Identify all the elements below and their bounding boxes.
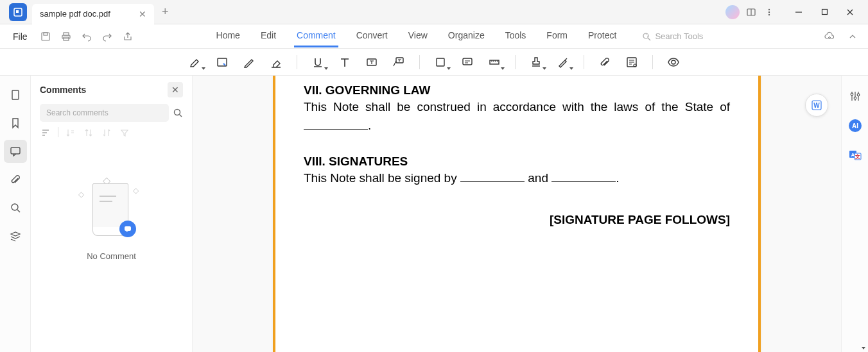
- share-icon[interactable]: [119, 28, 137, 46]
- menubar: File Home Edit Comment Convert View Orga…: [0, 24, 868, 49]
- signature-page-follows: [SIGNATURE PAGE FOLLOWS]: [304, 213, 730, 227]
- cloud-sync-icon[interactable]: [820, 28, 838, 46]
- menu-tabs: Home Edit Comment Convert View Organize …: [214, 25, 704, 47]
- measure-tool[interactable]: [482, 52, 507, 72]
- comment-toolbar: [0, 49, 868, 76]
- tab-edit[interactable]: Edit: [258, 25, 279, 47]
- svg-rect-22: [463, 58, 472, 65]
- comments-panel: Comments ✕ ◇ ◇ ◇ No Comment: [31, 76, 193, 352]
- svg-point-37: [854, 97, 856, 99]
- close-button[interactable]: [837, 0, 863, 24]
- hide-comments-tool[interactable]: [661, 52, 686, 72]
- pencil-tool[interactable]: [236, 52, 262, 72]
- comments-rail-icon[interactable]: [4, 140, 27, 163]
- svg-line-17: [648, 38, 650, 40]
- comments-list-tool[interactable]: [619, 52, 645, 72]
- stamp-tool[interactable]: [523, 52, 549, 72]
- bookmarks-icon[interactable]: [4, 112, 27, 135]
- svg-point-6: [768, 13, 770, 15]
- svg-line-32: [180, 115, 182, 117]
- tab-tools[interactable]: Tools: [503, 25, 529, 47]
- attachment-tool[interactable]: [592, 52, 618, 72]
- tab-title: sample pdf doc.pdf: [40, 9, 110, 19]
- svg-point-26: [672, 60, 675, 64]
- svg-text:文: 文: [855, 154, 860, 160]
- filter-icon[interactable]: [119, 127, 130, 138]
- svg-rect-27: [12, 90, 19, 99]
- svg-rect-1: [16, 10, 19, 13]
- section-7-body: This Note shall be construed in accordan…: [304, 97, 730, 116]
- panel-close-button[interactable]: ✕: [168, 82, 183, 97]
- svg-rect-28: [11, 147, 20, 154]
- app-icon: [9, 3, 27, 21]
- settings-sliders-icon[interactable]: [846, 87, 864, 105]
- pdf-page: VII. GOVERNING LAW This Note shall be co…: [273, 76, 761, 352]
- signature-tool[interactable]: [550, 52, 576, 72]
- shape-tool[interactable]: [428, 52, 453, 72]
- tab-comment[interactable]: Comment: [294, 25, 338, 47]
- redo-icon[interactable]: [98, 28, 116, 46]
- undo-icon[interactable]: [78, 28, 96, 46]
- document-tab[interactable]: sample pdf doc.pdf ✕: [32, 4, 154, 24]
- area-highlight-tool[interactable]: [209, 52, 235, 72]
- word-export-button[interactable]: W: [805, 94, 828, 117]
- user-avatar[interactable]: [725, 5, 740, 19]
- blank-field: [304, 117, 368, 130]
- sort-az-icon[interactable]: [65, 127, 76, 138]
- add-tab-button[interactable]: +: [162, 5, 169, 19]
- empty-illustration-icon: ◇ ◇ ◇: [73, 177, 150, 241]
- svg-point-36: [851, 93, 853, 96]
- filter-row: [31, 127, 192, 145]
- svg-point-31: [175, 110, 180, 115]
- document-area[interactable]: VII. GOVERNING LAW This Note shall be co…: [193, 76, 841, 352]
- section-8-body: This Note shall be signed by and .: [304, 169, 730, 187]
- file-menu[interactable]: File: [6, 31, 34, 42]
- svg-line-30: [17, 210, 20, 212]
- eraser-tool[interactable]: [263, 52, 289, 72]
- thumbnails-icon[interactable]: [4, 83, 27, 106]
- callout-tool[interactable]: [386, 52, 412, 72]
- more-icon[interactable]: [763, 6, 776, 19]
- tab-convert[interactable]: Convert: [354, 25, 390, 47]
- tab-view[interactable]: View: [406, 25, 430, 47]
- text-box-tool[interactable]: [359, 52, 385, 72]
- tab-protect[interactable]: Protect: [586, 25, 619, 47]
- sort-icon[interactable]: [40, 127, 51, 138]
- section-8-title: VIII. SIGNATURES: [304, 155, 730, 169]
- search-rail-icon[interactable]: [4, 196, 27, 219]
- maximize-button[interactable]: [812, 0, 837, 24]
- text-tool[interactable]: [332, 52, 358, 72]
- save-icon[interactable]: [37, 28, 55, 46]
- svg-rect-11: [42, 33, 49, 40]
- svg-text:AI: AI: [852, 122, 858, 130]
- collapse-ribbon-icon[interactable]: [844, 28, 862, 46]
- svg-rect-12: [44, 33, 48, 35]
- underline-tool[interactable]: [305, 52, 331, 72]
- panel-icon[interactable]: [745, 6, 758, 19]
- search-icon[interactable]: [173, 108, 183, 118]
- tab-organize[interactable]: Organize: [446, 25, 487, 47]
- svg-point-38: [857, 94, 860, 96]
- layers-rail-icon[interactable]: [4, 224, 27, 247]
- svg-text:W: W: [813, 102, 820, 109]
- attachments-rail-icon[interactable]: [4, 168, 27, 191]
- minimize-button[interactable]: [786, 0, 812, 24]
- translate-icon[interactable]: A文: [846, 146, 864, 164]
- expand-icon[interactable]: [83, 127, 94, 138]
- right-rail: AI A文: [841, 76, 868, 352]
- highlight-tool[interactable]: [182, 52, 208, 72]
- svg-point-29: [12, 204, 18, 210]
- svg-rect-21: [437, 58, 444, 66]
- collapse-icon[interactable]: [101, 127, 112, 138]
- close-tab-icon[interactable]: ✕: [139, 9, 146, 19]
- section-7-title: VII. GOVERNING LAW: [304, 83, 730, 97]
- note-tool[interactable]: [455, 52, 480, 72]
- tab-home[interactable]: Home: [214, 25, 243, 47]
- panel-title: Comments: [40, 85, 86, 95]
- search-comments-input[interactable]: [40, 104, 169, 122]
- ai-assistant-icon[interactable]: AI: [846, 117, 864, 135]
- empty-state: ◇ ◇ ◇ No Comment: [31, 177, 192, 261]
- tab-form[interactable]: Form: [544, 25, 570, 47]
- print-icon[interactable]: [57, 28, 75, 46]
- search-tools[interactable]: Search Tools: [642, 25, 703, 47]
